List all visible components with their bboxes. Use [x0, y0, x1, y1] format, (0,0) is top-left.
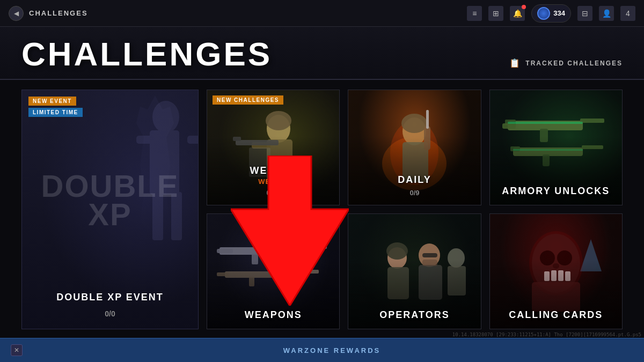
notification-wrapper: 🔔 [510, 6, 525, 21]
close-icon: ✕ [14, 346, 19, 354]
page-title: CHALLENGES [21, 38, 272, 71]
double-xp-text: DOUBLE XP [41, 172, 179, 228]
challenges-grid: NEW CHALLENGES WEEKLY WEEK 1 0/21 [207, 90, 623, 329]
number-badge: 4 [620, 6, 635, 21]
avatar [537, 7, 550, 20]
menu-icon[interactable]: ≡ [467, 6, 482, 21]
bottom-bar: ✕ WARZONE REWARDS [0, 338, 644, 362]
challenge-card-weekly[interactable]: NEW CHALLENGES WEEKLY WEEK 1 0/21 [207, 90, 340, 205]
weekly-name: WEEKLY [250, 166, 296, 176]
challenge-card-daily[interactable]: DAILY 0/9 [348, 90, 481, 205]
debug-text: 10.14.18328070 [29:233:11215+11:A] Tho [… [452, 332, 641, 337]
notification-dot [522, 5, 526, 9]
top-nav: ◀ CHALLENGES ≡ ⊞ 🔔 334 ⊟ 👤 4 [0, 0, 644, 27]
event-card-tags: NEW EVENT LIMITED TIME [22, 90, 198, 117]
stream-icon[interactable]: ⊟ [577, 6, 592, 21]
event-card[interactable]: NEW EVENT LIMITED TIME DOUBLE XP DOUBLE … [21, 90, 199, 329]
event-progress: 0/0 [33, 309, 187, 318]
event-name: DOUBLE XP EVENT [33, 292, 187, 303]
nav-right: ≡ ⊞ 🔔 334 ⊟ 👤 4 [467, 4, 635, 23]
event-card-content: DOUBLE XP [22, 117, 198, 284]
bottom-close-button[interactable]: ✕ [11, 344, 23, 356]
nav-title: CHALLENGES [29, 9, 88, 17]
weapons-name: WEAPONS [245, 310, 302, 321]
tracked-label: TRACKED CHALLENGES [525, 60, 623, 67]
challenge-card-weapons[interactable]: WEAPONS [207, 213, 340, 329]
nav-left: ◀ CHALLENGES [9, 6, 88, 21]
new-challenges-tag-weekly: NEW CHALLENGES [213, 95, 283, 105]
weekly-progress: 0/21 [267, 189, 280, 197]
challenge-card-armory[interactable]: ARMORY UNLOCKS [489, 90, 623, 205]
calling-cards-name: CALLING CARDS [509, 310, 603, 321]
daily-progress: 0/9 [409, 189, 419, 197]
grid-icon[interactable]: ⊞ [488, 6, 503, 21]
daily-name: DAILY [398, 175, 431, 186]
back-icon: ◀ [14, 10, 19, 17]
tracked-challenges-button[interactable]: 📋 TRACKED CHALLENGES [509, 58, 623, 71]
operators-name: OPERATORS [379, 310, 449, 321]
warzone-rewards-label: WARZONE REWARDS [31, 346, 633, 354]
challenge-card-calling-cards[interactable]: CALLING CARDS [489, 213, 623, 329]
armory-name: ARMORY UNLOCKS [502, 186, 610, 197]
page-header: CHALLENGES 📋 TRACKED CHALLENGES [0, 27, 644, 80]
main-content: NEW EVENT LIMITED TIME DOUBLE XP DOUBLE … [0, 80, 644, 329]
xp-count: 334 [553, 9, 565, 17]
challenge-card-operators[interactable]: OPERATORS [348, 213, 481, 329]
xp-badge: 334 [531, 4, 571, 23]
weekly-overlay [207, 90, 339, 205]
back-button[interactable]: ◀ [9, 6, 24, 21]
limited-time-tag: LIMITED TIME [28, 108, 83, 117]
tracked-icon: 📋 [509, 58, 521, 68]
new-event-tag: NEW EVENT [28, 97, 76, 106]
daily-overlay [348, 90, 480, 205]
weekly-sub: WEEK 1 [258, 178, 288, 186]
event-card-footer: DOUBLE XP EVENT 0/0 [22, 284, 198, 329]
profile-icon[interactable]: 👤 [599, 6, 614, 21]
